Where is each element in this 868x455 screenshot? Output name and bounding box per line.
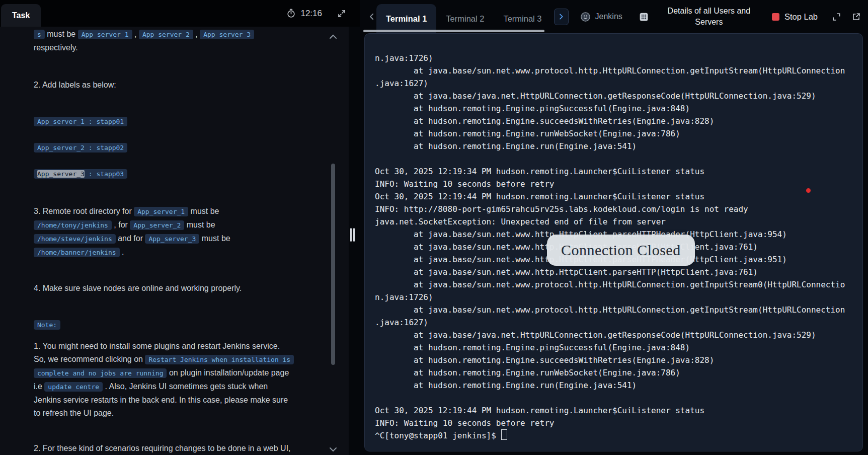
stop-lab-label: Stop Lab [784,12,818,22]
stop-icon [772,13,779,21]
note-item-1: 1. You might need to install some plugin… [34,340,292,420]
terminal-window: n.java:1726) at java.base/sun.net.www.pr… [364,33,863,451]
task-intro-line2: respectively. [34,41,292,54]
server-chip: App_server_3 [200,30,254,39]
chevron-right-icon [557,13,565,21]
terminal-line: at hudson.remoting.Engine.runWebSocket(E… [375,127,852,140]
lab-topbar: Terminal 1 Terminal 2 Terminal 3 Jenkins… [360,0,868,33]
tab-terminal-1[interactable]: Terminal 1 [376,4,436,33]
terminal-tabs: Terminal 1 Terminal 2 Terminal 3 [376,0,551,33]
terminal-line: at hudson.remoting.Engine.pingSuccessful… [375,341,852,354]
terminal-cursor [501,429,507,440]
terminal-line: .java:1627) [375,316,852,329]
tab-scroll-right-button[interactable] [554,9,569,25]
terminal-line: at hudson.remoting.Engine.pingSuccessful… [375,102,852,115]
server-chip: App_server_1 [134,207,188,216]
lab-timer: 12:16 [286,9,322,19]
terminal-line: at hudson.remoting.Engine.succeedsWithRe… [375,354,852,366]
label-sep: : [85,170,96,178]
label-host: stapp03 [96,170,124,178]
task-scrollbar-thumb[interactable] [331,164,335,365]
terminal-prompt-line: ^C[tony@stapp01 jenkins]$ [375,429,852,442]
note-chip: Note: [34,320,60,330]
task-intro-line: s must be App_server_1 , App_server_2 , … [34,28,292,41]
apps-grid-icon[interactable] [639,12,649,22]
jenkins-icon [580,11,591,23]
terminal-line: n.java:1726) [375,291,852,304]
terminal-line: at java.base/java.net.HttpURLConnection.… [375,329,852,341]
label-host: stapp01 [96,118,124,125]
terminal-line: Oct 30, 2025 12:19:34 PM hudson.remoting… [375,165,852,178]
tabs-horizontal-scrollbar[interactable] [363,30,544,32]
jenkins-label: Jenkins [595,12,622,21]
terminal-line: n.java:1726) [375,52,852,64]
connection-closed-overlay: Connection Closed [547,235,695,266]
label-server-selected: App_server_3 [37,170,85,178]
server-chip: App_server_1 [78,30,132,39]
stop-lab-button[interactable]: Stop Lab [769,12,821,22]
terminal-line: Oct 30, 2025 12:19:44 PM hudson.remoting… [375,404,852,417]
terminal-line: at java.base/sun.net.www.protocol.http.H… [375,278,852,291]
update-centre-chip: update centre [44,382,103,392]
server-chip: App_server_2 [139,30,193,39]
label-sep: : [85,144,96,151]
note-row: Note: [34,318,292,332]
cut-chip: s [34,30,45,39]
server-chip: App_server_2 [130,220,184,230]
label-sep: : [85,118,96,125]
label-row-1: App_server_1 : stapp01 [34,115,292,128]
path-chip: /home/banner/jenkins [34,248,120,257]
task-topbar: Task 12:16 [0,0,360,27]
tab-terminal-3[interactable]: Terminal 3 [494,4,551,33]
label-row-2: App_server_2 : stapp02 [34,141,292,155]
path-chip: /home/steve/jenkins [34,234,116,244]
terminal-line: java.net.SocketException: Unexpected end… [375,215,852,228]
label-chip: App_server_2 : stapp02 [34,143,127,153]
terminal-line [375,392,852,404]
tab-terminal-2[interactable]: Terminal 2 [436,4,494,33]
tab-task[interactable]: Task [1,4,41,27]
label-server: App_server_2 [37,144,85,151]
terminal-line [375,153,852,165]
terminal-line: at hudson.remoting.Engine.run(Engine.jav… [375,379,852,392]
fullscreen-icon[interactable] [832,12,841,22]
terminal-line: INFO: http://8080-port-gim65rahcu5rv25s.… [375,203,852,215]
note-item-2: 2. For these kind of scenarios requiring… [34,442,292,455]
jenkins-button[interactable]: Jenkins [577,11,625,23]
task-item-3: 3. Remote root directory for App_server_… [34,205,292,259]
details-users-servers-link[interactable]: Details of all Users and Servers [649,6,769,28]
label-chip: App_server_1 : stapp01 [34,117,127,126]
tab-scroll-left-icon[interactable] [367,12,376,21]
terminal-line: .java:1627) [375,77,852,90]
task-item-4: 4. Make sure slave nodes are online and … [34,282,292,295]
label-row-3: App_server_3 : stapp03 [34,167,292,181]
server-chip: App_server_3 [145,234,199,244]
task-expand-icon[interactable] [337,9,346,18]
scroll-up-icon[interactable] [329,32,337,41]
terminal-line: at java.base/sun.net.www.protocol.http.H… [375,304,852,316]
scroll-down-icon[interactable] [329,445,337,454]
comma: , [134,30,139,38]
terminal-line: at hudson.remoting.Engine.run(Engine.jav… [375,140,852,153]
task-content: s must be App_server_1 , App_server_2 , … [0,27,349,455]
terminal-line: at hudson.remoting.Engine.succeedsWithRe… [375,115,852,127]
terminal-line: INFO: Waiting 10 seconds before retry [375,178,852,190]
path-chip: /home/tony/jenkins [34,220,112,230]
label-host: stapp02 [96,144,124,151]
task-panel: s must be App_server_1 , App_server_2 , … [0,0,349,455]
app-root: s must be App_server_1 , App_server_2 , … [0,0,868,455]
lab-timer-value: 12:16 [300,9,322,19]
stopwatch-icon [286,9,296,18]
terminal-prompt: ^C[tony@stapp01 jenkins]$ [375,431,501,440]
label-chip: App_server_3 : stapp03 [34,169,127,179]
terminal-line: Oct 30, 2025 12:19:44 PM hudson.remoting… [375,190,852,203]
intro-text: must be [47,30,77,38]
label-server: App_server_1 [37,118,85,125]
terminal-line: INFO: Waiting 10 seconds before retry [375,417,852,429]
panel-divider-handle[interactable] [350,228,355,242]
terminal-line: at hudson.remoting.Engine.runWebSocket(E… [375,366,852,379]
terminal-line: at java.base/sun.net.www.protocol.http.H… [375,64,852,77]
comma: , [195,30,200,38]
open-new-window-icon[interactable] [851,12,861,22]
task-item-2-heading: 2. Add labels as below: [34,79,292,92]
